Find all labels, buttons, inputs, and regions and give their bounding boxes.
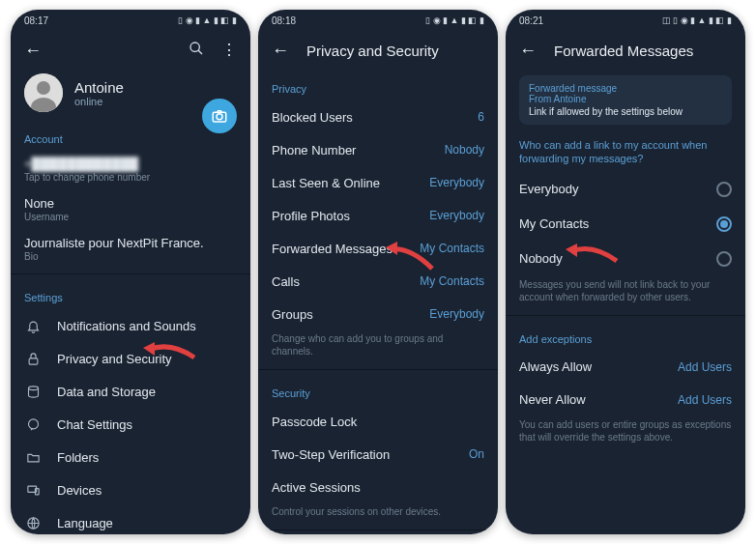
header: ← ⋮ — [11, 31, 250, 70]
settings-devices[interactable]: Devices — [11, 473, 250, 506]
hint-text: Messages you send will not link back to … — [506, 276, 745, 311]
svg-point-0 — [190, 43, 199, 51]
page-title: Forwarded Messages — [554, 43, 693, 59]
chat-icon — [24, 417, 42, 432]
back-icon[interactable]: ← — [519, 41, 537, 61]
divider — [11, 273, 250, 274]
camera-fab[interactable] — [202, 99, 237, 133]
security-hint: Control your sessions on other devices. — [258, 503, 498, 526]
statusbar-icons: ▯ ◉ ▮ ▲ ▮ ◧ ▮ — [178, 15, 237, 25]
svg-point-6 — [217, 114, 222, 120]
security-sessions[interactable]: Active Sessions — [258, 471, 498, 503]
statusbar-time: 08:21 — [519, 15, 543, 26]
question-label: Who can add a link to my account when fo… — [506, 125, 745, 172]
radio-icon — [716, 251, 732, 267]
section-privacy: Privacy — [258, 70, 498, 100]
privacy-groups[interactable]: Groups Everybody — [258, 298, 498, 330]
forward-preview: Forwarded message From Antoine Link if a… — [519, 75, 732, 125]
privacy-blocked[interactable]: Blocked Users 6 — [258, 100, 498, 133]
bell-icon — [24, 319, 42, 333]
exception-deny[interactable]: Never Allow Add Users — [506, 384, 745, 416]
statusbar: 08:18 ▯ ◉ ▮ ▲ ▮ ◧ ▮ — [258, 10, 498, 31]
more-icon[interactable]: ⋮ — [221, 41, 237, 60]
phone-settings: 08:17 ▯ ◉ ▮ ▲ ▮ ◧ ▮ ← ⋮ Antoine online A… — [11, 10, 250, 534]
header: ← Forwarded Messages — [506, 31, 745, 70]
data-icon — [24, 385, 42, 399]
section-exceptions: Add exceptions — [506, 320, 745, 351]
profile-status: online — [74, 96, 124, 107]
settings-privacy[interactable]: Privacy and Security — [11, 342, 250, 375]
settings-chat[interactable]: Chat Settings — [11, 408, 250, 441]
folder-icon — [24, 450, 42, 465]
divider — [258, 369, 498, 370]
globe-icon — [24, 516, 42, 530]
account-phone[interactable]: +████████████ Tap to change phone number — [11, 151, 250, 190]
account-bio[interactable]: Journaliste pour NextPit France. Bio — [11, 230, 250, 270]
privacy-hint: Change who can add you to groups and cha… — [258, 330, 498, 365]
option-everybody[interactable]: Everybody — [506, 172, 745, 207]
svg-point-3 — [37, 81, 50, 95]
section-security: Security — [258, 374, 498, 405]
privacy-lastseen[interactable]: Last Seen & Online Everybody — [258, 166, 498, 199]
radio-icon — [716, 216, 732, 232]
lock-icon — [24, 352, 42, 366]
divider — [506, 315, 745, 316]
svg-rect-7 — [29, 358, 38, 363]
phone-privacy: 08:18 ▯ ◉ ▮ ▲ ▮ ◧ ▮ ← Privacy and Securi… — [258, 10, 498, 534]
statusbar-time: 08:17 — [24, 15, 48, 26]
svg-line-1 — [198, 50, 202, 54]
statusbar-icons: ▯ ◉ ▮ ▲ ▮ ◧ ▮ — [425, 15, 484, 25]
radio-icon — [716, 182, 732, 197]
settings-data[interactable]: Data and Storage — [11, 375, 250, 408]
phone-forwarded: 08:21 ◫ ▯ ◉ ▮ ▲ ▮ ◧ ▮ ← Forwarded Messag… — [506, 10, 745, 534]
search-icon[interactable] — [189, 41, 204, 60]
page-title: Privacy and Security — [306, 43, 439, 59]
back-icon[interactable]: ← — [24, 41, 42, 61]
annotation-arrow — [564, 238, 622, 271]
section-settings: Settings — [11, 278, 250, 309]
statusbar-time: 08:18 — [272, 15, 296, 26]
settings-notifications[interactable]: Notifications and Sounds — [11, 309, 250, 342]
privacy-forwarded[interactable]: Forwarded Messages My Contacts — [258, 232, 498, 265]
option-nobody[interactable]: Nobody — [506, 242, 745, 276]
svg-point-8 — [28, 386, 38, 389]
option-contacts[interactable]: My Contacts — [506, 207, 745, 242]
account-username[interactable]: None Username — [11, 190, 250, 230]
statusbar-icons: ◫ ▯ ◉ ▮ ▲ ▮ ◧ ▮ — [662, 15, 732, 25]
svg-point-9 — [28, 418, 38, 428]
exception-allow[interactable]: Always Allow Add Users — [506, 351, 745, 384]
divider — [258, 530, 498, 530]
back-icon[interactable]: ← — [272, 41, 289, 61]
profile-header: Antoine online — [11, 70, 250, 120]
security-passcode[interactable]: Passcode Lock — [258, 405, 498, 438]
security-twostep[interactable]: Two-Step Verification On — [258, 438, 498, 471]
statusbar: 08:21 ◫ ▯ ◉ ▮ ▲ ▮ ◧ ▮ — [506, 10, 745, 31]
exceptions-hint: You can add users or entire groups as ex… — [506, 416, 745, 451]
svg-rect-11 — [35, 488, 39, 494]
profile-name: Antoine — [74, 79, 124, 96]
settings-language[interactable]: Language — [11, 506, 250, 534]
header: ← Privacy and Security — [258, 31, 498, 70]
privacy-calls[interactable]: Calls My Contacts — [258, 265, 498, 298]
privacy-phone[interactable]: Phone Number Nobody — [258, 133, 498, 166]
devices-icon — [24, 483, 42, 498]
privacy-photos[interactable]: Profile Photos Everybody — [258, 199, 498, 232]
statusbar: 08:17 ▯ ◉ ▮ ▲ ▮ ◧ ▮ — [11, 10, 250, 31]
avatar[interactable] — [24, 73, 63, 112]
settings-folders[interactable]: Folders — [11, 441, 250, 473]
